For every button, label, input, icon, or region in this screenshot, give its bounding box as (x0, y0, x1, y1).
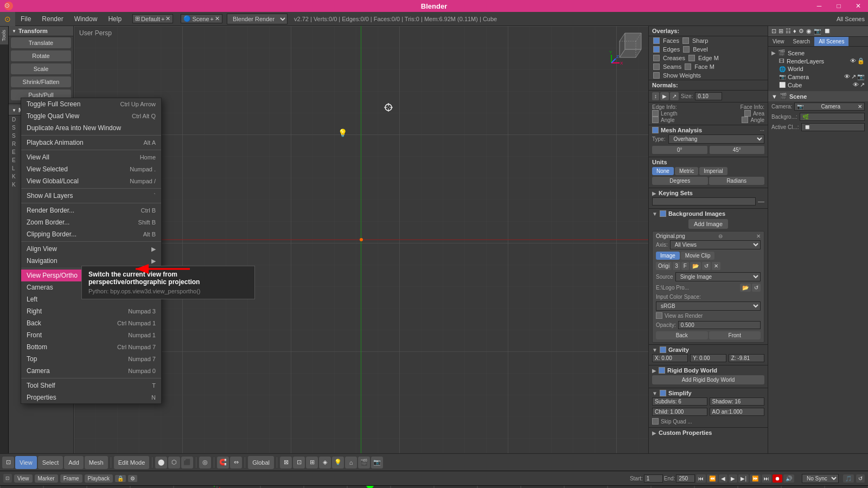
creases-checkbox[interactable] (653, 55, 660, 61)
ctx-bottom[interactable]: Bottom Ctrl Numpad 7 (21, 341, 161, 353)
all-scenes-btn[interactable]: All Scenes (833, 16, 868, 22)
bg-icon1[interactable]: 📂 (690, 262, 701, 270)
sound-icon[interactable]: 🔊 (783, 474, 794, 483)
tools-tab[interactable]: Tools (0, 26, 8, 44)
ao-an-value[interactable]: AO an:1.000 (710, 408, 765, 416)
ctx-view-global[interactable]: View Global/Local Numpad / (21, 175, 161, 187)
range1-value[interactable]: 0° (652, 146, 707, 154)
ctx-render-border[interactable]: Render Border... Ctrl B (21, 204, 161, 216)
bg-orig-btn[interactable]: Origi (656, 262, 672, 270)
next-key-icon[interactable]: ▶| (738, 474, 749, 483)
mesh-analysis-checkbox[interactable] (652, 127, 659, 133)
overlay-icon8[interactable]: 📷 (371, 457, 383, 468)
ctx-properties[interactable]: Properties N (21, 391, 161, 403)
menu-render[interactable]: Render (36, 12, 68, 25)
scale-btn[interactable]: Scale (11, 63, 71, 74)
camera-render-icon[interactable]: 📷 (857, 73, 865, 80)
units-degrees-btn[interactable]: Degrees (652, 177, 708, 185)
view-btn[interactable]: View (15, 456, 37, 469)
units-imperial-btn[interactable]: Imperial (699, 167, 727, 175)
timeline-settings-icon[interactable]: ⚙ (128, 475, 137, 482)
ctx-front[interactable]: Front Numpad 1 (21, 329, 161, 341)
bg-image-tab[interactable]: Image (656, 252, 680, 260)
bg-images-checkbox[interactable] (660, 210, 666, 217)
overlay-icon4[interactable]: ◈ (319, 457, 331, 468)
rotate-btn[interactable]: Rotate (11, 50, 71, 61)
show-weights-checkbox[interactable] (653, 72, 660, 79)
eye-icon[interactable]: 👁 (850, 57, 856, 65)
timeline-marker-btn[interactable]: Marker (35, 474, 58, 483)
overlay-icon5[interactable]: 💡 (332, 457, 344, 468)
ctx-back[interactable]: Back Ctrl Numpad 1 (21, 317, 161, 329)
play-prev-icon[interactable]: ⏮ (696, 474, 706, 483)
units-radians-btn[interactable]: Radians (709, 177, 765, 185)
opacity-input[interactable] (678, 321, 761, 329)
bg-file-icon1[interactable]: 📂 (740, 284, 751, 292)
maximize-button[interactable]: □ (829, 0, 848, 12)
ctx-toggle-full-screen[interactable]: Toggle Full Screen Ctrl Up Arrow (21, 98, 161, 110)
angle1-checkbox[interactable] (652, 117, 659, 123)
edges-checkbox[interactable] (653, 46, 660, 53)
ctx-clipping-border[interactable]: Clipping Border... Alt B (21, 228, 161, 240)
bg-f-btn[interactable]: F (681, 262, 689, 270)
face-m-checkbox[interactable] (685, 63, 691, 70)
camera-prop-close[interactable]: ✕ (858, 104, 862, 110)
bg-icon2[interactable]: ↺ (702, 262, 711, 270)
gravity-checkbox[interactable] (660, 346, 666, 353)
ctx-view-all[interactable]: View All Home (21, 151, 161, 163)
workspace-close-icon[interactable]: ✕ (165, 15, 170, 22)
mesh-analysis-expand[interactable]: ··· (760, 127, 764, 133)
start-input[interactable] (644, 474, 663, 483)
scene-close-icon[interactable]: ✕ (215, 15, 220, 22)
global-btn[interactable]: Global (248, 456, 274, 469)
area-checkbox[interactable] (744, 110, 751, 117)
ctx-camera[interactable]: Camera Numpad 0 (21, 365, 161, 377)
frp-icon2[interactable]: ⊞ (778, 28, 783, 35)
edge-mode-icon[interactable]: ⬡ (168, 457, 180, 468)
ctx-duplicate-area[interactable]: Duplicate Area into New Window (21, 122, 161, 134)
skip-quad-checkbox[interactable] (652, 418, 659, 425)
faces-checkbox[interactable] (653, 37, 660, 44)
angle2-checkbox[interactable] (742, 117, 748, 123)
ctx-zoom-border[interactable]: Zoom Border... Shift B (21, 216, 161, 228)
record-btn[interactable]: ⏺ (773, 474, 782, 483)
frp-world-item[interactable]: 🌐 World (779, 65, 865, 73)
overlay-icon1[interactable]: ⊠ (280, 457, 292, 468)
sharp-checkbox[interactable] (682, 37, 689, 44)
frp-cube-item[interactable]: ⬜ Cube 👁 ↗ (779, 81, 865, 89)
bg-icon3[interactable]: ✕ (712, 262, 720, 270)
render-engine-dropdown[interactable]: Blender Render (227, 14, 288, 24)
timeline-playback-btn[interactable]: Playback (85, 474, 113, 483)
snap-icon[interactable]: 🧲 (217, 457, 229, 468)
normals-size-input[interactable] (695, 92, 722, 100)
workspace-selector[interactable]: ⊞ Default + ✕ (132, 14, 173, 23)
ctx-view-selected[interactable]: View Selected Numpad . (21, 163, 161, 175)
lock-icon[interactable]: 🔒 (857, 57, 865, 65)
bg-movie-clip-tab[interactable]: Movie Clip (681, 252, 715, 260)
play-forward-icon[interactable]: ⏩ (750, 474, 761, 483)
bg-file-icon2[interactable]: ↺ (752, 284, 761, 292)
timeline-frame-btn[interactable]: Frame (60, 474, 82, 483)
length-checkbox[interactable] (652, 110, 659, 117)
subdiv-value[interactable]: Subdivis: 6 (652, 397, 707, 406)
edge-m-checkbox[interactable] (688, 55, 695, 61)
menu-file[interactable]: File (15, 12, 36, 25)
overlay-icon2[interactable]: ⊡ (293, 457, 305, 468)
mirror-icon[interactable]: ⇔ (230, 457, 242, 468)
bevel-checkbox[interactable] (683, 46, 690, 53)
frp-scene-item[interactable]: ▶ 🎬 Scene (771, 49, 865, 57)
back-btn[interactable]: Back (656, 331, 708, 339)
select-btn[interactable]: Select (38, 456, 63, 469)
viewport-type-icon[interactable]: ⊡ (2, 457, 14, 468)
source-dropdown[interactable]: Single Image (675, 272, 761, 281)
play-end-icon[interactable]: ⏭ (762, 474, 771, 483)
add-rigid-body-btn[interactable]: Add Rigid Body World (652, 375, 764, 384)
rigid-body-checkbox[interactable] (659, 367, 665, 374)
scene-selector[interactable]: 🔵 Scene + ✕ (181, 14, 222, 23)
frp-tab-search[interactable]: Search (789, 37, 815, 46)
sync-dropdown[interactable]: No Sync (802, 474, 839, 483)
simplify-checkbox[interactable] (660, 390, 666, 396)
timeline-view-btn[interactable]: View (14, 474, 33, 483)
face-mode-icon[interactable]: ⬛ (181, 457, 193, 468)
camera-select-icon[interactable]: ↗ (851, 73, 856, 80)
